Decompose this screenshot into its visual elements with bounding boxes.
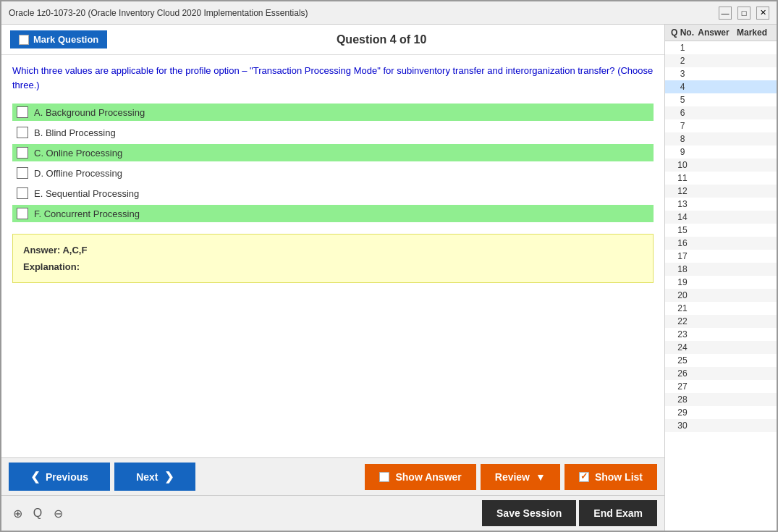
question-header: Mark Question Question 4 of 10 — [1, 25, 664, 55]
option-f-checkbox[interactable] — [17, 208, 28, 219]
list-item[interactable]: 21 — [665, 302, 777, 315]
question-list[interactable]: 1234567891011121314151617181920212223242… — [665, 41, 777, 531]
mark-question-label: Mark Question — [33, 34, 98, 45]
option-c[interactable]: C. Online Processing — [12, 144, 654, 161]
show-answer-icon — [379, 472, 389, 482]
list-item[interactable]: 26 — [665, 367, 777, 380]
list-item[interactable]: 27 — [665, 380, 777, 393]
show-answer-label: Show Answer — [395, 471, 461, 483]
list-item[interactable]: 1 — [665, 41, 777, 54]
window-title: Oracle 1z0-1073-20 (Oracle Inventory Clo… — [9, 8, 308, 18]
option-a-checkbox[interactable] — [17, 106, 28, 118]
option-b-checkbox[interactable] — [17, 127, 28, 138]
sidebar-answer-header: Answer — [697, 28, 730, 38]
option-d-text: D. Offline Processing — [34, 168, 122, 179]
question-area: Which three values are applicable for th… — [1, 55, 664, 457]
option-e-checkbox[interactable] — [17, 187, 28, 199]
zoom-bar: ⊕ Q ⊖ Save Session End Exam — [1, 495, 664, 531]
list-item[interactable]: 9 — [665, 145, 777, 159]
option-b[interactable]: B. Blind Processing — [12, 124, 654, 141]
maximize-button[interactable]: □ — [737, 7, 750, 20]
question-content: Which three values are applicable for th… — [12, 65, 653, 90]
list-item[interactable]: 29 — [665, 406, 777, 419]
left-panel: Mark Question Question 4 of 10 Which thr… — [1, 25, 664, 531]
list-item[interactable]: 10 — [665, 159, 777, 172]
list-item[interactable]: 7 — [665, 119, 777, 132]
list-item[interactable]: 15 — [665, 224, 777, 237]
option-e-text: E. Sequential Processing — [34, 188, 139, 199]
list-item[interactable]: 3 — [665, 67, 777, 80]
show-list-icon — [579, 472, 589, 482]
zoom-in-button[interactable]: ⊕ — [9, 504, 26, 522]
list-item[interactable]: 23 — [665, 328, 777, 341]
option-a[interactable]: A. Background Processing — [12, 104, 654, 121]
list-item[interactable]: 22 — [665, 315, 777, 328]
list-item[interactable]: 5 — [665, 93, 777, 106]
list-item[interactable]: 11 — [665, 172, 777, 185]
question-text: Which three values are applicable for th… — [12, 64, 654, 92]
show-list-label: Show List — [595, 471, 643, 483]
list-item[interactable]: 8 — [665, 132, 777, 145]
previous-label: Previous — [46, 471, 88, 483]
review-dropdown-icon: ▼ — [536, 471, 546, 483]
review-label: Review — [495, 471, 530, 483]
sidebar-qno-header: Q No. — [668, 28, 697, 38]
list-item[interactable]: 17 — [665, 250, 777, 263]
option-f[interactable]: F. Concurrent Processing — [12, 205, 654, 222]
list-item[interactable]: 30 — [665, 419, 777, 432]
list-item[interactable]: 2 — [665, 54, 777, 67]
mark-question-button[interactable]: Mark Question — [10, 30, 107, 48]
window-controls: — □ ✕ — [719, 7, 769, 20]
list-item[interactable]: 6 — [665, 106, 777, 119]
list-item[interactable]: 25 — [665, 354, 777, 367]
next-label: Next — [136, 471, 158, 483]
option-f-text: F. Concurrent Processing — [34, 208, 140, 219]
close-button[interactable]: ✕ — [756, 7, 769, 20]
option-d[interactable]: D. Offline Processing — [12, 164, 654, 182]
options-list: A. Background Processing B. Blind Proces… — [12, 104, 654, 222]
list-item[interactable]: 14 — [665, 211, 777, 224]
sidebar-header: Q No. Answer Marked — [665, 25, 777, 41]
list-item[interactable]: 13 — [665, 198, 777, 211]
option-c-text: C. Online Processing — [34, 148, 122, 159]
list-item[interactable]: 4 — [665, 80, 777, 93]
main-window: Oracle 1z0-1073-20 (Oracle Inventory Clo… — [0, 0, 778, 532]
review-button[interactable]: Review ▼ — [481, 464, 560, 490]
next-arrow-icon: ❯ — [164, 470, 174, 484]
previous-arrow-icon: ❮ — [30, 470, 40, 484]
minimize-button[interactable]: — — [719, 7, 732, 20]
previous-button[interactable]: ❮ Previous — [9, 463, 110, 491]
list-item[interactable]: 18 — [665, 263, 777, 276]
answer-box: Answer: A,C,F Explanation: — [12, 234, 654, 283]
question-title: Question 4 of 10 — [107, 33, 656, 46]
sidebar-marked-header: Marked — [730, 28, 774, 38]
show-answer-button[interactable]: Show Answer — [365, 464, 475, 490]
title-bar: Oracle 1z0-1073-20 (Oracle Inventory Clo… — [1, 1, 777, 25]
list-item[interactable]: 28 — [665, 393, 777, 406]
option-c-checkbox[interactable] — [17, 147, 28, 159]
right-panel: Q No. Answer Marked 12345678910111213141… — [664, 25, 777, 531]
answer-text: Answer: A,C,F — [23, 245, 643, 256]
option-a-text: A. Background Processing — [34, 107, 145, 118]
zoom-reset-button[interactable]: Q — [29, 504, 46, 522]
end-exam-button[interactable]: End Exam — [579, 500, 657, 526]
show-list-button[interactable]: Show List — [565, 464, 657, 490]
list-item[interactable]: 19 — [665, 276, 777, 289]
list-item[interactable]: 12 — [665, 185, 777, 198]
option-b-text: B. Blind Processing — [34, 127, 116, 138]
list-item[interactable]: 16 — [665, 237, 777, 250]
option-d-checkbox[interactable] — [17, 167, 28, 179]
main-content: Mark Question Question 4 of 10 Which thr… — [1, 25, 777, 531]
save-session-button[interactable]: Save Session — [482, 500, 576, 526]
next-button[interactable]: Next ❯ — [114, 463, 195, 491]
list-item[interactable]: 24 — [665, 341, 777, 354]
list-item[interactable]: 20 — [665, 289, 777, 302]
option-e[interactable]: E. Sequential Processing — [12, 185, 654, 202]
mark-checkbox-icon — [19, 35, 29, 45]
zoom-out-button[interactable]: ⊖ — [49, 504, 67, 522]
bottom-nav-bar: ❮ Previous Next ❯ Show Answer Review ▼ — [1, 457, 664, 495]
explanation-label: Explanation: — [23, 261, 643, 272]
